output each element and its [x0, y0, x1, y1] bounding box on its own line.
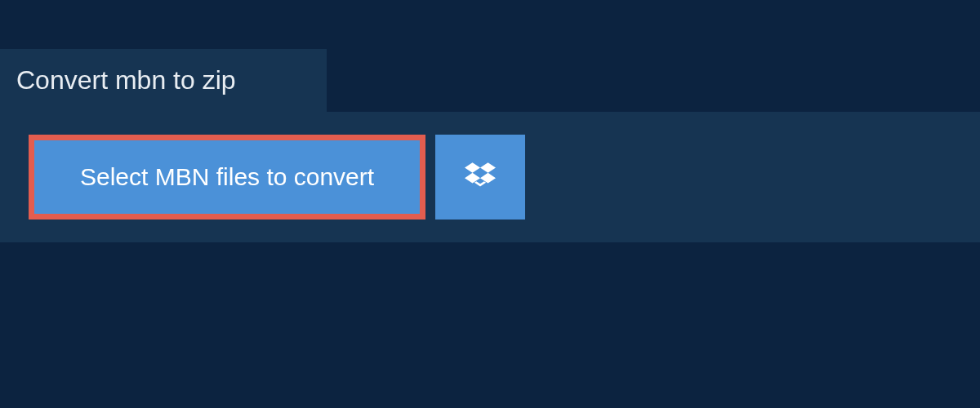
tab-convert[interactable]: Convert mbn to zip	[0, 49, 327, 112]
select-files-label: Select MBN files to convert	[80, 163, 374, 191]
convert-panel: Select MBN files to convert	[0, 112, 980, 242]
tab-label: Convert mbn to zip	[16, 65, 236, 95]
dropbox-icon	[465, 160, 496, 194]
tab-bar: Convert mbn to zip	[0, 49, 980, 112]
select-files-button[interactable]: Select MBN files to convert	[29, 135, 425, 220]
dropbox-button[interactable]	[435, 135, 525, 220]
button-row: Select MBN files to convert	[29, 135, 980, 220]
